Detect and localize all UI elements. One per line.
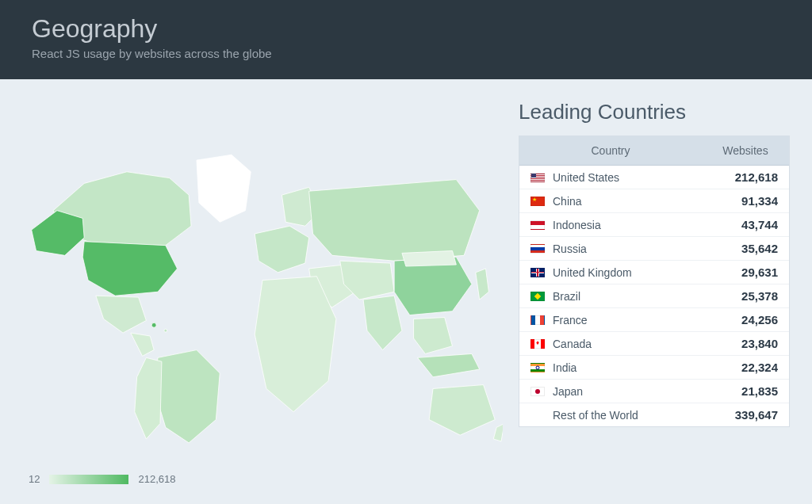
table-row: Indonesia43,744 xyxy=(519,213,789,237)
map-country-alaska[interactable] xyxy=(32,211,84,256)
column-header-websites: Websites xyxy=(702,136,789,165)
table-row: India22,324 xyxy=(519,356,789,380)
legend-max: 212,618 xyxy=(138,473,175,485)
table-row: Russia35,642 xyxy=(519,237,789,261)
table-row: United Kingdom29,631 xyxy=(519,261,789,284)
table-row: Japan21,835 xyxy=(519,380,789,403)
table-panel: Leading Countries Country Websites Unite… xyxy=(519,95,790,488)
websites-value: 22,324 xyxy=(699,361,778,374)
country-name: United States xyxy=(553,171,699,184)
map-legend: 12 212,618 xyxy=(22,473,503,488)
table-title: Leading Countries xyxy=(519,100,790,124)
table-row: Canada23,840 xyxy=(519,332,789,356)
country-table: Country Websites United States212,618Chi… xyxy=(519,136,790,427)
country-name: Japan xyxy=(553,385,699,398)
map-panel: 12 212,618 xyxy=(22,95,503,488)
country-name: Russia xyxy=(553,242,699,255)
table-row: France24,256 xyxy=(519,308,789,332)
content-area: 12 212,618 Leading Countries Country Web… xyxy=(0,79,812,504)
country-name: China xyxy=(553,195,699,208)
world-map[interactable] xyxy=(22,95,503,473)
map-country-mongolia[interactable] xyxy=(402,250,456,266)
country-name: France xyxy=(553,314,699,326)
websites-value: 24,256 xyxy=(699,313,778,326)
country-name: Canada xyxy=(553,338,699,350)
map-country-japan[interactable] xyxy=(476,269,489,300)
world-map-svg xyxy=(22,95,503,473)
websites-value: 339,647 xyxy=(699,408,778,422)
table-row: Brazil25,378 xyxy=(519,284,789,308)
map-country-australia[interactable] xyxy=(429,385,495,436)
country-name: India xyxy=(553,361,699,374)
legend-gradient xyxy=(49,475,128,484)
map-region-se-asia[interactable] xyxy=(414,318,453,354)
country-name: Brazil xyxy=(553,290,699,303)
flag-icon xyxy=(530,315,545,325)
country-name: United Kingdom xyxy=(553,266,699,279)
map-region-south-america-west[interactable] xyxy=(135,357,162,439)
flag-icon xyxy=(530,339,545,349)
map-country-brazil[interactable] xyxy=(154,350,220,443)
flag-icon xyxy=(530,268,545,277)
flag-icon xyxy=(530,197,545,206)
websites-value: 21,835 xyxy=(699,384,778,398)
flag-icon xyxy=(530,244,545,254)
country-name: Rest of the World xyxy=(553,409,699,422)
websites-value: 43,744 xyxy=(699,218,778,231)
legend-min: 12 xyxy=(29,473,40,485)
table-row: Rest of the World339,647 xyxy=(519,403,789,426)
map-country-newzealand[interactable] xyxy=(493,423,503,441)
map-country-russia[interactable] xyxy=(309,180,480,262)
map-island[interactable] xyxy=(164,329,167,332)
table-body: United States212,618China91,334Indonesia… xyxy=(519,166,789,426)
websites-value: 23,840 xyxy=(699,337,778,350)
page-subtitle: React JS usage by websites across the gl… xyxy=(32,47,780,60)
map-country-indonesia[interactable] xyxy=(417,353,479,376)
table-row: China91,334 xyxy=(519,189,789,213)
flag-icon xyxy=(530,220,545,230)
map-country-mexico[interactable] xyxy=(96,296,147,333)
websites-value: 212,618 xyxy=(699,170,778,184)
map-country-usa[interactable] xyxy=(82,242,177,296)
websites-value: 91,334 xyxy=(699,194,778,208)
page-title: Geography xyxy=(32,14,780,44)
map-region-africa[interactable] xyxy=(255,277,336,412)
flag-icon xyxy=(530,363,545,372)
table-header-row: Country Websites xyxy=(519,136,789,166)
map-region-europe-west[interactable] xyxy=(255,226,308,273)
column-header-country: Country xyxy=(519,136,702,165)
flag-icon xyxy=(530,173,545,182)
flag-icon xyxy=(530,387,545,396)
websites-value: 35,642 xyxy=(699,242,778,255)
page-header: Geography React JS usage by websites acr… xyxy=(0,0,812,79)
websites-value: 29,631 xyxy=(699,265,778,279)
country-name: Indonesia xyxy=(553,219,699,231)
table-row: United States212,618 xyxy=(519,166,789,189)
map-region-central-america[interactable] xyxy=(131,333,154,356)
websites-value: 25,378 xyxy=(699,289,778,303)
map-island[interactable] xyxy=(151,323,156,327)
map-country-greenland[interactable] xyxy=(197,155,251,222)
map-country-india[interactable] xyxy=(363,296,402,349)
flag-icon xyxy=(530,292,545,301)
